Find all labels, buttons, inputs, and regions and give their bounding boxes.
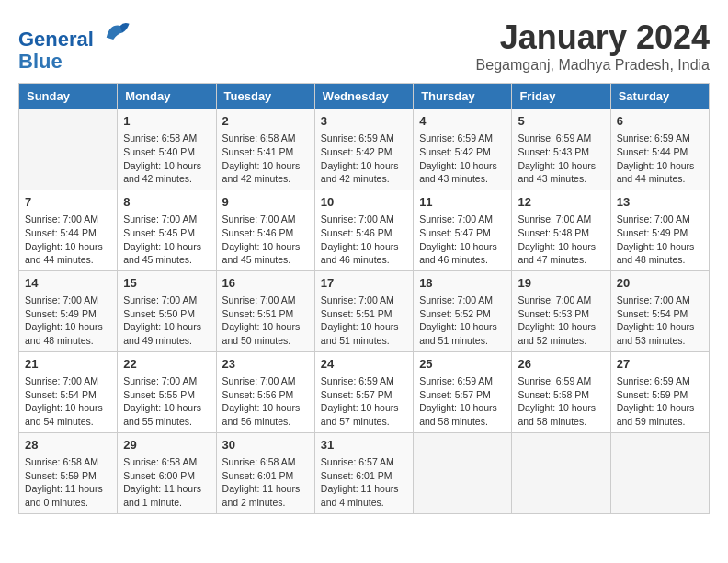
calendar-cell: 25Sunrise: 6:59 AM Sunset: 5:57 PM Dayli… bbox=[414, 351, 512, 432]
day-number: 11 bbox=[419, 194, 506, 211]
day-number: 20 bbox=[617, 275, 703, 292]
day-header-sunday: Sunday bbox=[19, 84, 118, 109]
calendar-cell: 12Sunrise: 7:00 AM Sunset: 5:48 PM Dayli… bbox=[512, 190, 610, 270]
day-number: 9 bbox=[222, 194, 309, 211]
week-row-3: 21Sunrise: 7:00 AM Sunset: 5:54 PM Dayli… bbox=[19, 351, 710, 432]
day-number: 8 bbox=[123, 194, 210, 211]
calendar-cell bbox=[512, 432, 610, 513]
logo: General Blue bbox=[18, 18, 131, 73]
day-number: 5 bbox=[518, 113, 604, 130]
day-number: 10 bbox=[321, 194, 407, 211]
week-row-0: 1Sunrise: 6:58 AM Sunset: 5:40 PM Daylig… bbox=[19, 109, 710, 190]
day-number: 4 bbox=[419, 113, 506, 130]
day-number: 31 bbox=[321, 437, 407, 454]
calendar-cell: 20Sunrise: 7:00 AM Sunset: 5:54 PM Dayli… bbox=[610, 270, 709, 351]
day-detail: Sunrise: 7:00 AM Sunset: 5:45 PM Dayligh… bbox=[123, 213, 210, 267]
calendar-cell: 23Sunrise: 7:00 AM Sunset: 5:56 PM Dayli… bbox=[216, 351, 314, 432]
day-number: 1 bbox=[123, 113, 210, 130]
day-detail: Sunrise: 7:00 AM Sunset: 5:52 PM Dayligh… bbox=[419, 293, 506, 348]
calendar-cell: 9Sunrise: 7:00 AM Sunset: 5:46 PM Daylig… bbox=[216, 190, 314, 270]
calendar-cell: 4Sunrise: 6:59 AM Sunset: 5:42 PM Daylig… bbox=[414, 109, 512, 190]
day-header-thursday: Thursday bbox=[414, 84, 512, 109]
calendar-cell bbox=[610, 432, 709, 513]
day-number: 3 bbox=[321, 113, 407, 130]
calendar-cell: 15Sunrise: 7:00 AM Sunset: 5:50 PM Dayli… bbox=[118, 270, 216, 351]
day-detail: Sunrise: 6:59 AM Sunset: 5:42 PM Dayligh… bbox=[419, 132, 506, 186]
day-detail: Sunrise: 7:00 AM Sunset: 5:44 PM Dayligh… bbox=[25, 213, 111, 267]
day-detail: Sunrise: 6:59 AM Sunset: 5:58 PM Dayligh… bbox=[518, 374, 604, 429]
day-number: 15 bbox=[123, 275, 210, 292]
day-header-saturday: Saturday bbox=[610, 84, 709, 109]
day-detail: Sunrise: 6:58 AM Sunset: 5:59 PM Dayligh… bbox=[25, 455, 111, 510]
day-detail: Sunrise: 7:00 AM Sunset: 5:51 PM Dayligh… bbox=[222, 293, 309, 348]
calendar-cell: 6Sunrise: 6:59 AM Sunset: 5:44 PM Daylig… bbox=[610, 109, 709, 190]
day-number: 26 bbox=[518, 356, 604, 373]
day-number: 18 bbox=[419, 275, 506, 292]
day-detail: Sunrise: 6:59 AM Sunset: 5:44 PM Dayligh… bbox=[617, 132, 703, 186]
day-number: 14 bbox=[25, 275, 111, 292]
day-detail: Sunrise: 6:58 AM Sunset: 5:41 PM Dayligh… bbox=[222, 132, 309, 186]
calendar-cell: 8Sunrise: 7:00 AM Sunset: 5:45 PM Daylig… bbox=[118, 190, 216, 270]
day-detail: Sunrise: 7:00 AM Sunset: 5:50 PM Dayligh… bbox=[123, 293, 210, 348]
day-detail: Sunrise: 6:59 AM Sunset: 5:57 PM Dayligh… bbox=[321, 374, 407, 429]
day-header-monday: Monday bbox=[118, 84, 216, 109]
day-number: 7 bbox=[25, 194, 111, 211]
calendar-subtitle: Begamganj, Madhya Pradesh, India bbox=[476, 57, 710, 74]
calendar-cell: 2Sunrise: 6:58 AM Sunset: 5:41 PM Daylig… bbox=[216, 109, 314, 190]
calendar-cell: 11Sunrise: 7:00 AM Sunset: 5:47 PM Dayli… bbox=[414, 190, 512, 270]
calendar-cell: 31Sunrise: 6:57 AM Sunset: 6:01 PM Dayli… bbox=[314, 432, 413, 513]
logo-blue: Blue bbox=[18, 50, 63, 73]
day-detail: Sunrise: 6:59 AM Sunset: 5:57 PM Dayligh… bbox=[419, 374, 506, 429]
day-detail: Sunrise: 7:00 AM Sunset: 5:46 PM Dayligh… bbox=[321, 213, 407, 267]
day-detail: Sunrise: 6:59 AM Sunset: 5:42 PM Dayligh… bbox=[321, 132, 407, 186]
week-row-4: 28Sunrise: 6:58 AM Sunset: 5:59 PM Dayli… bbox=[19, 432, 710, 513]
day-detail: Sunrise: 6:57 AM Sunset: 6:01 PM Dayligh… bbox=[321, 455, 407, 510]
title-area: January 2024 Begamganj, Madhya Pradesh, … bbox=[476, 18, 710, 74]
day-detail: Sunrise: 6:59 AM Sunset: 5:43 PM Dayligh… bbox=[518, 132, 604, 186]
calendar-cell: 10Sunrise: 7:00 AM Sunset: 5:46 PM Dayli… bbox=[314, 190, 413, 270]
day-number: 19 bbox=[518, 275, 604, 292]
calendar-cell: 21Sunrise: 7:00 AM Sunset: 5:54 PM Dayli… bbox=[19, 351, 118, 432]
day-number: 13 bbox=[617, 194, 703, 211]
day-detail: Sunrise: 6:58 AM Sunset: 6:01 PM Dayligh… bbox=[222, 455, 309, 510]
day-detail: Sunrise: 7:00 AM Sunset: 5:55 PM Dayligh… bbox=[123, 374, 210, 429]
calendar-cell: 1Sunrise: 6:58 AM Sunset: 5:40 PM Daylig… bbox=[118, 109, 216, 190]
day-number: 28 bbox=[25, 437, 111, 454]
day-number: 27 bbox=[617, 356, 703, 373]
calendar-cell: 22Sunrise: 7:00 AM Sunset: 5:55 PM Dayli… bbox=[118, 351, 216, 432]
calendar-title: January 2024 bbox=[476, 18, 710, 57]
week-row-1: 7Sunrise: 7:00 AM Sunset: 5:44 PM Daylig… bbox=[19, 190, 710, 270]
calendar-cell: 26Sunrise: 6:59 AM Sunset: 5:58 PM Dayli… bbox=[512, 351, 610, 432]
week-row-2: 14Sunrise: 7:00 AM Sunset: 5:49 PM Dayli… bbox=[19, 270, 710, 351]
calendar-cell: 7Sunrise: 7:00 AM Sunset: 5:44 PM Daylig… bbox=[19, 190, 118, 270]
logo-text: General Blue bbox=[18, 18, 131, 73]
logo-general: General bbox=[18, 28, 94, 51]
calendar-cell: 14Sunrise: 7:00 AM Sunset: 5:49 PM Dayli… bbox=[19, 270, 118, 351]
day-detail: Sunrise: 7:00 AM Sunset: 5:56 PM Dayligh… bbox=[222, 374, 309, 429]
day-number: 25 bbox=[419, 356, 506, 373]
calendar-cell: 30Sunrise: 6:58 AM Sunset: 6:01 PM Dayli… bbox=[216, 432, 314, 513]
day-number: 16 bbox=[222, 275, 309, 292]
calendar-cell: 24Sunrise: 6:59 AM Sunset: 5:57 PM Dayli… bbox=[314, 351, 413, 432]
day-number: 21 bbox=[25, 356, 111, 373]
day-detail: Sunrise: 7:00 AM Sunset: 5:54 PM Dayligh… bbox=[617, 293, 703, 348]
day-detail: Sunrise: 7:00 AM Sunset: 5:49 PM Dayligh… bbox=[617, 213, 703, 267]
logo-bird-icon bbox=[103, 18, 131, 46]
day-number: 12 bbox=[518, 194, 604, 211]
calendar-cell: 27Sunrise: 6:59 AM Sunset: 5:59 PM Dayli… bbox=[610, 351, 709, 432]
day-detail: Sunrise: 7:00 AM Sunset: 5:49 PM Dayligh… bbox=[25, 293, 111, 348]
day-header-tuesday: Tuesday bbox=[216, 84, 314, 109]
day-number: 30 bbox=[222, 437, 309, 454]
day-number: 29 bbox=[123, 437, 210, 454]
day-number: 23 bbox=[222, 356, 309, 373]
calendar-cell: 16Sunrise: 7:00 AM Sunset: 5:51 PM Dayli… bbox=[216, 270, 314, 351]
days-header-row: SundayMondayTuesdayWednesdayThursdayFrid… bbox=[19, 84, 710, 109]
day-detail: Sunrise: 7:00 AM Sunset: 5:46 PM Dayligh… bbox=[222, 213, 309, 267]
day-detail: Sunrise: 7:00 AM Sunset: 5:47 PM Dayligh… bbox=[419, 213, 506, 267]
day-detail: Sunrise: 7:00 AM Sunset: 5:48 PM Dayligh… bbox=[518, 213, 604, 267]
calendar-cell bbox=[414, 432, 512, 513]
day-number: 22 bbox=[123, 356, 210, 373]
calendar-cell: 13Sunrise: 7:00 AM Sunset: 5:49 PM Dayli… bbox=[610, 190, 709, 270]
calendar-cell: 29Sunrise: 6:58 AM Sunset: 6:00 PM Dayli… bbox=[118, 432, 216, 513]
calendar-cell bbox=[19, 109, 118, 190]
